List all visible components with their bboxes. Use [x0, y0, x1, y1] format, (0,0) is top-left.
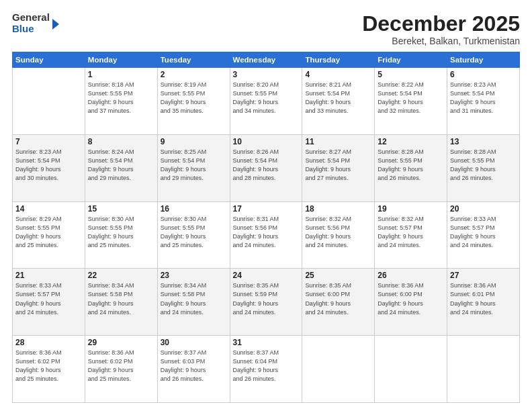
logo-general: General: [12, 12, 50, 24]
location: Bereket, Balkan, Turkmenistan: [362, 36, 520, 46]
cell-info: Sunrise: 8:20 AM Sunset: 5:55 PM Dayligh…: [233, 81, 300, 116]
table-row: 23Sunrise: 8:34 AM Sunset: 5:58 PM Dayli…: [157, 269, 230, 336]
cell-info: Sunrise: 8:36 AM Sunset: 6:01 PM Dayligh…: [450, 281, 517, 316]
table-row: 14Sunrise: 8:29 AM Sunset: 5:55 PM Dayli…: [13, 201, 85, 269]
cell-info: Sunrise: 8:25 AM Sunset: 5:54 PM Dayligh…: [161, 148, 227, 183]
day-number: 29: [88, 338, 154, 347]
table-row: 16Sunrise: 8:30 AM Sunset: 5:55 PM Dayli…: [157, 201, 230, 269]
day-number: 21: [15, 271, 82, 280]
table-row: [375, 336, 447, 403]
cell-info: Sunrise: 8:33 AM Sunset: 5:57 PM Dayligh…: [450, 215, 517, 250]
table-row: 1Sunrise: 8:18 AM Sunset: 5:55 PM Daylig…: [85, 68, 157, 135]
table-row: 15Sunrise: 8:30 AM Sunset: 5:55 PM Dayli…: [85, 201, 157, 269]
cell-info: Sunrise: 8:36 AM Sunset: 6:00 PM Dayligh…: [378, 281, 444, 316]
table-row: 28Sunrise: 8:36 AM Sunset: 6:02 PM Dayli…: [13, 336, 85, 403]
day-number: 12: [378, 137, 444, 146]
table-row: [447, 336, 520, 403]
day-number: 10: [233, 137, 300, 146]
cell-info: Sunrise: 8:29 AM Sunset: 5:55 PM Dayligh…: [15, 215, 82, 250]
cell-info: Sunrise: 8:24 AM Sunset: 5:54 PM Dayligh…: [88, 148, 154, 183]
day-number: 2: [161, 70, 227, 79]
table-row: 10Sunrise: 8:26 AM Sunset: 5:54 PM Dayli…: [230, 134, 302, 201]
day-number: 1: [88, 70, 154, 79]
table-row: 7Sunrise: 8:23 AM Sunset: 5:54 PM Daylig…: [13, 134, 85, 201]
day-number: 28: [15, 338, 82, 347]
table-row: 20Sunrise: 8:33 AM Sunset: 5:57 PM Dayli…: [447, 201, 520, 269]
col-header-tuesday: Tuesday: [157, 52, 230, 68]
day-number: 17: [233, 204, 300, 214]
table-row: 2Sunrise: 8:19 AM Sunset: 5:55 PM Daylig…: [157, 68, 230, 135]
day-number: 16: [161, 204, 227, 214]
cell-info: Sunrise: 8:21 AM Sunset: 5:54 PM Dayligh…: [305, 81, 371, 116]
calendar-week-row: 21Sunrise: 8:33 AM Sunset: 5:57 PM Dayli…: [13, 269, 520, 336]
cell-info: Sunrise: 8:23 AM Sunset: 5:54 PM Dayligh…: [450, 81, 517, 116]
logo: General Blue: [12, 12, 59, 34]
logo-text: General Blue: [12, 12, 50, 34]
logo-arrow-icon: [52, 19, 59, 30]
day-number: 19: [378, 204, 444, 214]
day-number: 9: [161, 137, 227, 146]
table-row: [302, 336, 375, 403]
col-header-saturday: Saturday: [447, 52, 520, 68]
logo-blue: Blue: [12, 24, 50, 35]
cell-info: Sunrise: 8:35 AM Sunset: 5:59 PM Dayligh…: [233, 281, 300, 316]
day-number: 26: [378, 271, 444, 280]
day-number: 25: [305, 271, 371, 280]
table-row: 9Sunrise: 8:25 AM Sunset: 5:54 PM Daylig…: [157, 134, 230, 201]
day-number: 24: [233, 271, 300, 280]
table-row: 13Sunrise: 8:28 AM Sunset: 5:55 PM Dayli…: [447, 134, 520, 201]
day-number: 20: [450, 204, 517, 214]
table-row: 25Sunrise: 8:35 AM Sunset: 6:00 PM Dayli…: [302, 269, 375, 336]
col-header-friday: Friday: [375, 52, 447, 68]
table-row: 30Sunrise: 8:37 AM Sunset: 6:03 PM Dayli…: [157, 336, 230, 403]
cell-info: Sunrise: 8:30 AM Sunset: 5:55 PM Dayligh…: [88, 215, 154, 250]
table-row: 17Sunrise: 8:31 AM Sunset: 5:56 PM Dayli…: [230, 201, 302, 269]
calendar-week-row: 28Sunrise: 8:36 AM Sunset: 6:02 PM Dayli…: [13, 336, 520, 403]
header: General Blue December 2025 Bereket, Balk…: [12, 12, 520, 46]
calendar-table: SundayMondayTuesdayWednesdayThursdayFrid…: [12, 52, 520, 403]
cell-info: Sunrise: 8:27 AM Sunset: 5:54 PM Dayligh…: [305, 148, 371, 183]
cell-info: Sunrise: 8:28 AM Sunset: 5:55 PM Dayligh…: [450, 148, 517, 183]
cell-info: Sunrise: 8:26 AM Sunset: 5:54 PM Dayligh…: [233, 148, 300, 183]
cell-info: Sunrise: 8:36 AM Sunset: 6:02 PM Dayligh…: [88, 349, 154, 383]
cell-info: Sunrise: 8:28 AM Sunset: 5:55 PM Dayligh…: [378, 148, 444, 183]
month-year: December 2025: [362, 12, 520, 36]
table-row: 12Sunrise: 8:28 AM Sunset: 5:55 PM Dayli…: [375, 134, 447, 201]
col-header-sunday: Sunday: [13, 52, 85, 68]
day-number: 30: [161, 338, 227, 347]
cell-info: Sunrise: 8:22 AM Sunset: 5:54 PM Dayligh…: [378, 81, 444, 116]
table-row: 24Sunrise: 8:35 AM Sunset: 5:59 PM Dayli…: [230, 269, 302, 336]
table-row: 3Sunrise: 8:20 AM Sunset: 5:55 PM Daylig…: [230, 68, 302, 135]
cell-info: Sunrise: 8:34 AM Sunset: 5:58 PM Dayligh…: [88, 281, 154, 316]
cell-info: Sunrise: 8:34 AM Sunset: 5:58 PM Dayligh…: [161, 281, 227, 316]
day-number: 15: [88, 204, 154, 214]
calendar-week-row: 1Sunrise: 8:18 AM Sunset: 5:55 PM Daylig…: [13, 68, 520, 135]
day-number: 18: [305, 204, 371, 214]
table-row: 29Sunrise: 8:36 AM Sunset: 6:02 PM Dayli…: [85, 336, 157, 403]
table-row: 21Sunrise: 8:33 AM Sunset: 5:57 PM Dayli…: [13, 269, 85, 336]
table-row: 5Sunrise: 8:22 AM Sunset: 5:54 PM Daylig…: [375, 68, 447, 135]
table-row: 11Sunrise: 8:27 AM Sunset: 5:54 PM Dayli…: [302, 134, 375, 201]
table-row: 31Sunrise: 8:37 AM Sunset: 6:04 PM Dayli…: [230, 336, 302, 403]
table-row: 8Sunrise: 8:24 AM Sunset: 5:54 PM Daylig…: [85, 134, 157, 201]
table-row: 18Sunrise: 8:32 AM Sunset: 5:56 PM Dayli…: [302, 201, 375, 269]
table-row: 19Sunrise: 8:32 AM Sunset: 5:57 PM Dayli…: [375, 201, 447, 269]
table-row: [13, 68, 85, 135]
cell-info: Sunrise: 8:37 AM Sunset: 6:03 PM Dayligh…: [161, 349, 227, 383]
day-number: 23: [161, 271, 227, 280]
cell-info: Sunrise: 8:35 AM Sunset: 6:00 PM Dayligh…: [305, 281, 371, 316]
page: General Blue December 2025 Bereket, Balk…: [0, 0, 532, 411]
cell-info: Sunrise: 8:33 AM Sunset: 5:57 PM Dayligh…: [15, 281, 82, 316]
cell-info: Sunrise: 8:37 AM Sunset: 6:04 PM Dayligh…: [233, 349, 300, 383]
day-number: 7: [15, 137, 82, 146]
title-block: December 2025 Bereket, Balkan, Turkmenis…: [362, 12, 520, 46]
col-header-thursday: Thursday: [302, 52, 375, 68]
day-number: 27: [450, 271, 517, 280]
cell-info: Sunrise: 8:31 AM Sunset: 5:56 PM Dayligh…: [233, 215, 300, 250]
day-number: 31: [233, 338, 300, 347]
cell-info: Sunrise: 8:19 AM Sunset: 5:55 PM Dayligh…: [161, 81, 227, 116]
calendar-header-row: SundayMondayTuesdayWednesdayThursdayFrid…: [13, 52, 520, 68]
day-number: 13: [450, 137, 517, 146]
cell-info: Sunrise: 8:36 AM Sunset: 6:02 PM Dayligh…: [15, 349, 82, 383]
col-header-monday: Monday: [85, 52, 157, 68]
